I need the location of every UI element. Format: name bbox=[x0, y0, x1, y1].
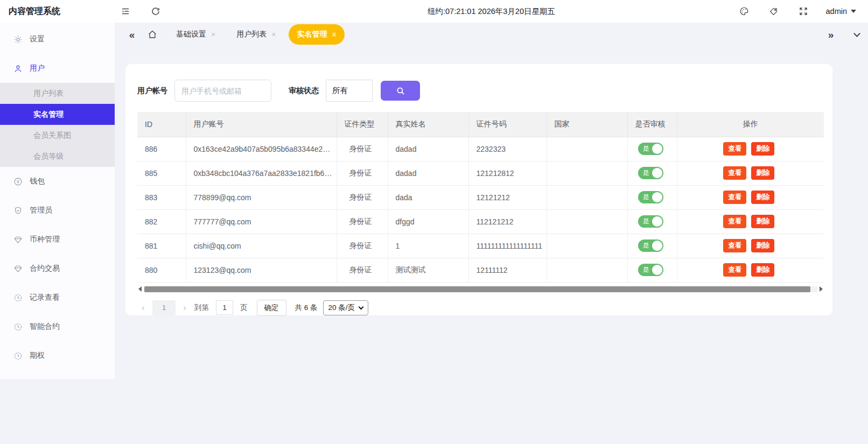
sidebar-subitem-realname-management[interactable]: 实名管理 bbox=[0, 104, 115, 125]
collapse-menu-icon[interactable] bbox=[115, 0, 136, 23]
tab-label: 用户列表 bbox=[236, 30, 267, 39]
cell-audited: 是 bbox=[627, 209, 677, 234]
delete-button[interactable]: 删除 bbox=[751, 263, 774, 277]
toggle-knob bbox=[652, 192, 662, 202]
tab-user-list[interactable]: 用户列表 × bbox=[228, 24, 284, 45]
cell-account: cishi@qq.com bbox=[186, 234, 337, 258]
audit-toggle[interactable]: 是 bbox=[638, 215, 663, 228]
cell-country bbox=[547, 185, 627, 209]
delete-button[interactable]: 删除 bbox=[751, 191, 774, 204]
cell-account: 777777@qq.com bbox=[186, 209, 337, 234]
col-real-name: 真实姓名 bbox=[388, 112, 468, 137]
goto-page-input[interactable] bbox=[216, 300, 233, 315]
sidebar-item-smart-contract[interactable]: 智能合约 bbox=[0, 312, 115, 341]
scrollbar-track[interactable] bbox=[144, 286, 817, 292]
sidebar-subitem-label: 会员等级 bbox=[33, 152, 64, 161]
table-row: 881cishi@qq.com身份证1111111111111111111是查看… bbox=[137, 234, 824, 258]
sidebar-item-options[interactable]: 期权 bbox=[0, 341, 115, 370]
view-button[interactable]: 查看 bbox=[723, 239, 746, 252]
scroll-left-arrow-icon[interactable] bbox=[137, 286, 143, 293]
toggle-on-label: 是 bbox=[643, 265, 649, 274]
view-button[interactable]: 查看 bbox=[723, 215, 746, 228]
close-icon[interactable]: × bbox=[271, 31, 276, 38]
page-size-select[interactable]: 20 条/页 bbox=[323, 300, 369, 315]
pagination: ‹ 1 › 到第 页 确定 共 6 条 20 条/页 bbox=[137, 300, 821, 316]
close-icon[interactable]: × bbox=[211, 31, 215, 38]
sidebar-item-label: 智能合约 bbox=[30, 322, 60, 332]
tab-realname-management[interactable]: 实名管理 × bbox=[289, 24, 344, 45]
table-header-row: ID 用户账号 证件类型 真实姓名 证件号码 国家 是否审核 操作 bbox=[137, 112, 824, 137]
sidebar-item-currency-management[interactable]: 币种管理 bbox=[0, 225, 115, 254]
audit-toggle[interactable]: 是 bbox=[638, 264, 663, 276]
tabs-menu-icon[interactable] bbox=[853, 30, 860, 37]
cell-country bbox=[547, 209, 627, 234]
sidebar-item-administrators[interactable]: 管理员 bbox=[0, 196, 115, 225]
delete-button[interactable]: 删除 bbox=[751, 239, 774, 252]
diamond-icon bbox=[13, 264, 23, 273]
palette-icon[interactable] bbox=[730, 0, 759, 23]
toggle-knob bbox=[652, 265, 662, 275]
horizontal-scrollbar[interactable] bbox=[137, 286, 824, 293]
sidebar-item-contract-trading[interactable]: 合约交易 bbox=[0, 254, 115, 283]
sidebar-item-settings[interactable]: 设置 bbox=[0, 25, 115, 54]
view-button[interactable]: 查看 bbox=[723, 263, 746, 277]
search-icon bbox=[396, 86, 405, 96]
confirm-button[interactable]: 确定 bbox=[257, 300, 286, 316]
tabs-scroll-right-icon[interactable]: » bbox=[821, 30, 841, 40]
sidebar-subitem-user-list[interactable]: 用户列表 bbox=[0, 83, 115, 104]
search-button[interactable] bbox=[381, 81, 420, 101]
audit-toggle[interactable]: 是 bbox=[638, 143, 663, 155]
user-menu[interactable]: admin bbox=[826, 7, 857, 16]
sidebar-subitem-label: 实名管理 bbox=[33, 110, 64, 119]
realname-table: ID 用户账号 证件类型 真实姓名 证件号码 国家 是否审核 操作 8860x1… bbox=[137, 112, 824, 283]
cell-account: 0xb348cbc104a376a7aa2833e1821fb61... bbox=[186, 161, 337, 185]
fullscreen-icon[interactable] bbox=[789, 0, 818, 23]
scrollbar-thumb[interactable] bbox=[144, 286, 810, 292]
col-id-type: 证件类型 bbox=[337, 112, 388, 137]
toggle-knob bbox=[652, 241, 662, 251]
delete-button[interactable]: 删除 bbox=[751, 142, 774, 156]
view-button[interactable]: 查看 bbox=[723, 166, 746, 180]
sidebar-item-wallet[interactable]: $钱包 bbox=[0, 167, 115, 196]
cell-account: 778899@qq.com bbox=[186, 185, 337, 209]
cell-actions: 查看删除 bbox=[677, 209, 824, 234]
cell-audited: 是 bbox=[627, 234, 677, 258]
account-input[interactable] bbox=[174, 80, 271, 102]
col-country: 国家 bbox=[547, 112, 627, 137]
next-page-icon[interactable]: › bbox=[179, 303, 191, 313]
home-icon[interactable] bbox=[142, 30, 163, 39]
view-button[interactable]: 查看 bbox=[723, 191, 746, 204]
cell-id-number: 112121212 bbox=[468, 209, 547, 234]
refresh-icon[interactable] bbox=[145, 0, 166, 23]
close-icon[interactable]: × bbox=[332, 31, 336, 38]
sidebar-subitem-member-level[interactable]: 会员等级 bbox=[0, 146, 115, 167]
status-select[interactable]: 所有 bbox=[326, 80, 373, 102]
cell-id-type: 身份证 bbox=[337, 137, 388, 161]
view-button[interactable]: 查看 bbox=[723, 142, 746, 156]
sidebar-item-users[interactable]: 用户 bbox=[0, 54, 115, 83]
delete-button[interactable]: 删除 bbox=[751, 215, 774, 228]
page-1-button[interactable]: 1 bbox=[152, 300, 176, 315]
prev-page-icon[interactable]: ‹ bbox=[137, 303, 149, 313]
toggle-on-label: 是 bbox=[643, 193, 649, 202]
cell-real-name: 1 bbox=[388, 234, 468, 258]
sidebar-item-record-view[interactable]: 记录查看 bbox=[0, 283, 115, 312]
tag-icon[interactable] bbox=[759, 0, 789, 23]
col-id-number: 证件号码 bbox=[468, 112, 547, 137]
app-title: 内容管理系统 bbox=[0, 6, 115, 17]
cell-country bbox=[547, 137, 627, 161]
col-audited: 是否审核 bbox=[627, 112, 677, 137]
diamond-icon bbox=[13, 235, 23, 244]
col-actions: 操作 bbox=[677, 112, 824, 137]
sidebar-subitem-member-relation-map[interactable]: 会员关系图 bbox=[0, 125, 115, 146]
tabs-scroll-left-icon[interactable]: « bbox=[122, 30, 142, 40]
table-row: 880123123@qq.com身份证测试测试12111112是查看删除 bbox=[137, 258, 824, 282]
cell-id-type: 身份证 bbox=[337, 258, 388, 282]
toggle-on-label: 是 bbox=[643, 241, 649, 250]
audit-toggle[interactable]: 是 bbox=[638, 191, 663, 203]
audit-toggle[interactable]: 是 bbox=[638, 239, 663, 252]
delete-button[interactable]: 删除 bbox=[751, 166, 774, 180]
tab-basic-settings[interactable]: 基础设置 × bbox=[168, 24, 223, 45]
audit-toggle[interactable]: 是 bbox=[638, 167, 663, 179]
scroll-right-arrow-icon[interactable] bbox=[818, 286, 824, 293]
